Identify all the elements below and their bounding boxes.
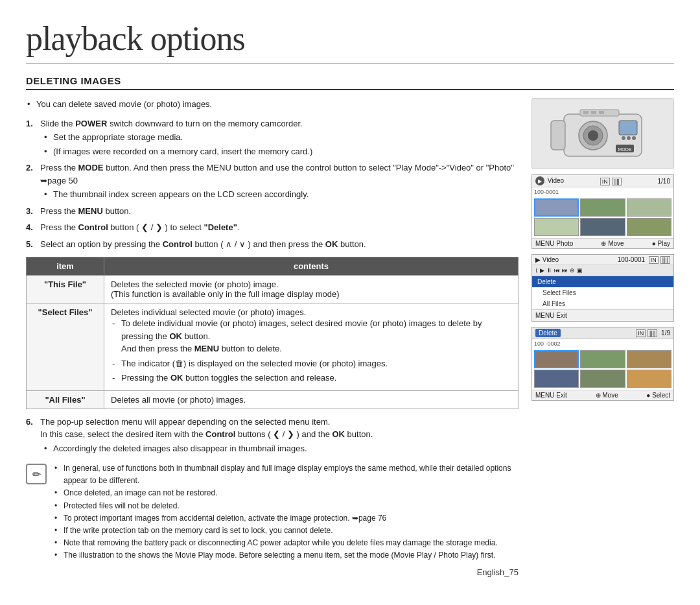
screen2-footer: MENU Exit xyxy=(532,309,673,321)
intro-bullet: You can delete saved movie (or photo) im… xyxy=(26,98,519,111)
svg-rect-11 xyxy=(619,121,637,135)
svg-point-13 xyxy=(627,136,631,140)
screen-menu: ▶ Video 100-0001 IN |||| ⟨ ▶ ⏸ ⏮ ⏭ ⊕ ▣ D… xyxy=(531,254,674,322)
menu-item-select-files: Select Files xyxy=(532,287,673,298)
step-6: The pop-up selection menu will appear de… xyxy=(26,416,519,455)
svg-text:MODE: MODE xyxy=(618,147,632,152)
table-header-item: item xyxy=(27,257,104,276)
screen2-header: ▶ Video 100-0001 IN |||| xyxy=(532,255,673,265)
svg-point-14 xyxy=(632,136,636,140)
table-header-contents: contents xyxy=(104,257,519,276)
screen-thumbnail-video: ▶ Video IN |||| 1/10 100-0001 MENU Photo… xyxy=(531,174,674,249)
screen1-thumbnails xyxy=(532,196,673,238)
menu-item-all-files: All Files xyxy=(532,298,673,309)
step-3: Press the MENU button. xyxy=(26,205,519,218)
item-select-files: "Select Files" xyxy=(27,303,104,391)
step-1: Slide the POWER switch downward to turn … xyxy=(26,117,519,158)
note-box: ✏ In general, use of functions both in t… xyxy=(26,462,519,562)
step-2: Press the MODE button. And then press th… xyxy=(26,161,519,201)
section-title: DELETING IMAGES xyxy=(26,75,674,90)
item-this-file: "This File" xyxy=(27,276,104,303)
step-6-list: The pop-up selection menu will appear de… xyxy=(26,416,519,455)
right-panel: MODE ▶ Video IN |||| 1/10 100-0001 xyxy=(531,98,674,577)
item-all-files: "All Files" xyxy=(27,390,104,409)
page-number: English_75 xyxy=(26,567,519,577)
main-content: You can delete saved movie (or photo) im… xyxy=(26,98,519,577)
table-row-select-files: "Select Files" Deletes individual select… xyxy=(27,303,519,391)
page-title: playback options xyxy=(26,19,674,64)
note-icon: ✏ xyxy=(26,464,47,484)
step-4: Press the Control button ( ❮ / ❯ ) to se… xyxy=(26,221,519,234)
svg-rect-7 xyxy=(591,111,596,114)
svg-rect-4 xyxy=(551,121,565,150)
screen1-footer: MENU Photo ⊕ Move ● Play xyxy=(532,238,673,248)
screen1-header: ▶ Video IN |||| 1/10 xyxy=(532,175,673,187)
intro-list: You can delete saved movie (or photo) im… xyxy=(26,98,519,111)
svg-point-3 xyxy=(588,130,598,141)
options-table: item contents "This File" Deletes the se… xyxy=(26,257,519,409)
screen3-footer: MENU Exit ⊕ Move ● Select xyxy=(532,390,673,400)
table-row-all-files: "All Files" Deletes all movie (or photo)… xyxy=(27,390,519,409)
svg-point-12 xyxy=(622,136,625,140)
menu-item-delete: Delete xyxy=(532,276,673,287)
contents-select-files: Deletes individual selected movie (or ph… xyxy=(104,303,519,391)
note-content: In general, use of functions both in thu… xyxy=(53,462,519,562)
svg-rect-6 xyxy=(583,111,589,114)
screen-delete: Delete IN |||| 1/9 100 -0002 MENU Exit ⊕… xyxy=(531,327,674,401)
menu-icons: ⟨ ▶ ⏸ ⏮ ⏭ ⊕ ▣ xyxy=(532,265,673,276)
contents-this-file: Deletes the selected movie (or photo) im… xyxy=(104,276,519,303)
camera-svg: MODE xyxy=(544,104,661,163)
screen3-header: Delete IN |||| 1/9 xyxy=(532,327,673,339)
table-row-this-file: "This File" Deletes the selected movie (… xyxy=(27,276,519,303)
steps-list: Slide the POWER switch downward to turn … xyxy=(26,117,519,251)
svg-rect-8 xyxy=(599,111,604,114)
step-5: Select an option by pressing the Control… xyxy=(26,238,519,251)
contents-all-files: Deletes all movie (or photo) images. xyxy=(104,390,519,409)
camera-image-box: MODE xyxy=(531,98,674,169)
screen3-thumbnails xyxy=(532,348,673,390)
